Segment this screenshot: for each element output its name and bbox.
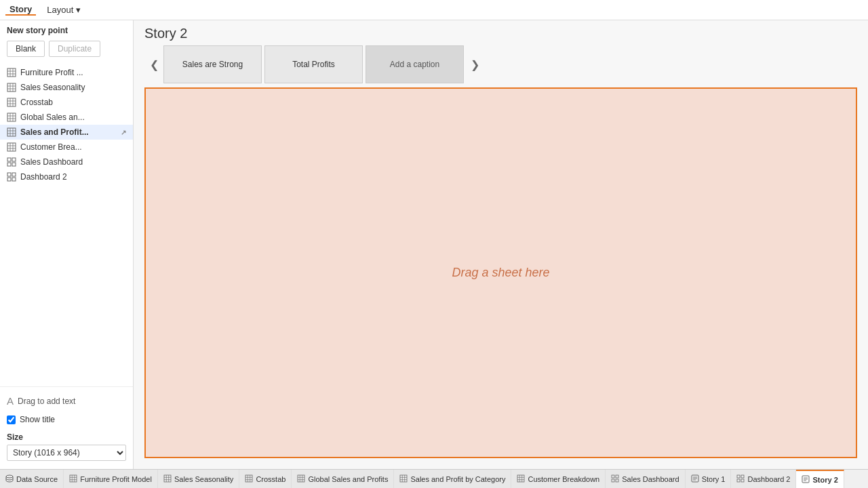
- bottom-tab-salesseasonality[interactable]: Sales Seasonality: [158, 470, 239, 488]
- sheet-icon: [163, 474, 172, 484]
- svg-rect-32: [7, 163, 11, 166]
- svg-rect-0: [7, 68, 16, 77]
- svg-rect-70: [616, 475, 618, 478]
- bottom-tab-furnitureprofitmodel[interactable]: Furniture Profit Model: [64, 470, 158, 488]
- sidebar-sheet-list: Furniture Profit ...Sales SeasonalityCro…: [0, 62, 133, 386]
- sheet-icon: [297, 474, 305, 484]
- svg-rect-49: [245, 475, 252, 482]
- show-title-item: Show title: [7, 409, 126, 427]
- sidebar-item-label: Sales Dashboard: [20, 157, 126, 167]
- dashboard-icon: [611, 474, 619, 484]
- story-icon: [691, 474, 699, 484]
- bottom-tab-globalsalesandprofits[interactable]: Global Sales and Profits: [292, 470, 394, 488]
- story-nav: ❮ Sales are StrongTotal ProfitsAdd a cap…: [134, 45, 868, 83]
- bottom-tab-story1[interactable]: Story 1: [686, 470, 732, 488]
- svg-rect-36: [7, 178, 11, 181]
- sidebar-item-salesdashboard[interactable]: Sales Dashboard: [0, 155, 133, 169]
- drag-text-item: A Drag to add text: [7, 392, 126, 409]
- bottom-tab-dashboard2[interactable]: Dashboard 2: [731, 470, 796, 488]
- content-area: Story 2 ❮ Sales are StrongTotal ProfitsA…: [134, 20, 868, 469]
- bottom-tab-datasource[interactable]: Data Source: [0, 470, 64, 488]
- svg-rect-80: [741, 479, 744, 482]
- duplicate-button[interactable]: Duplicate: [49, 41, 100, 57]
- bottom-tab-label: Story 2: [812, 476, 837, 484]
- layout-tab[interactable]: Layout ▾: [47, 5, 81, 15]
- svg-rect-25: [7, 143, 16, 151]
- bottom-tab-label: Furniture Profit Model: [80, 475, 152, 483]
- bottom-tab-crosstab[interactable]: Crosstab: [239, 470, 292, 488]
- sidebar-item-salesseasonality[interactable]: Sales Seasonality: [0, 80, 133, 95]
- sheet-icon: [7, 83, 16, 92]
- story-points-container: Sales are StrongTotal ProfitsAdd a capti…: [163, 45, 465, 83]
- sidebar-item-crosstab[interactable]: Crosstab: [0, 95, 133, 110]
- page-title: Story 2: [134, 20, 868, 45]
- sheet-icon: [69, 474, 77, 484]
- svg-rect-78: [741, 475, 744, 478]
- dashboard-icon: [7, 172, 16, 182]
- svg-rect-15: [7, 113, 16, 121]
- bottom-tab-story2[interactable]: Story 2: [796, 470, 844, 488]
- database-icon: [5, 474, 14, 484]
- svg-rect-59: [400, 475, 407, 482]
- layout-tab-label: Layout: [47, 5, 73, 15]
- new-story-point-title: New story point: [0, 20, 133, 38]
- bottom-tab-label: Story 1: [702, 475, 726, 483]
- svg-rect-31: [12, 158, 16, 161]
- sidebar-item-label: Global Sales an...: [20, 113, 126, 122]
- svg-rect-64: [517, 475, 524, 482]
- sidebar-item-label: Sales and Profit...: [20, 127, 117, 137]
- size-section: Size Story (1016 x 964)Fixed SizeAutomat…: [7, 427, 126, 464]
- story-point-buttons: Blank Duplicate: [0, 38, 133, 62]
- dashboard-icon: [7, 157, 16, 167]
- sidebar-item-label: Furniture Profit ...: [20, 68, 126, 77]
- sidebar-bottom: A Drag to add text Show title Size Story…: [0, 386, 133, 469]
- sheet-icon: [399, 474, 408, 484]
- sidebar-item-dashboard2[interactable]: Dashboard 2: [0, 169, 133, 184]
- svg-rect-5: [7, 83, 16, 92]
- svg-rect-69: [612, 475, 614, 478]
- ext-link-icon: ↗: [121, 129, 126, 136]
- canvas-area[interactable]: Drag a sheet here: [144, 87, 857, 458]
- drag-sheet-text: Drag a sheet here: [452, 266, 549, 280]
- story-point-card-0[interactable]: Sales are Strong: [163, 45, 262, 83]
- svg-rect-10: [7, 98, 16, 106]
- sheet-icon: [7, 68, 16, 77]
- drag-text-label: Drag to add text: [18, 396, 75, 406]
- sheet-icon: [7, 98, 16, 107]
- next-arrow-button[interactable]: ❯: [465, 45, 484, 83]
- svg-rect-79: [737, 479, 740, 482]
- svg-rect-71: [612, 479, 614, 482]
- bottom-tab-label: Data Source: [16, 475, 58, 483]
- layout-arrow-icon: ▾: [76, 5, 81, 15]
- svg-rect-39: [70, 475, 77, 482]
- svg-point-38: [6, 475, 13, 478]
- sheet-icon: [7, 127, 16, 137]
- sidebar-item-label: Customer Brea...: [20, 142, 126, 152]
- svg-rect-34: [7, 173, 11, 176]
- bottom-tab-salesdashboard[interactable]: Sales Dashboard: [606, 470, 685, 488]
- sidebar-item-label: Dashboard 2: [20, 172, 126, 182]
- bottom-tab-label: Sales Dashboard: [622, 475, 679, 483]
- bottom-tab-customerbreakdown[interactable]: Customer Breakdown: [511, 470, 606, 488]
- show-title-label[interactable]: Show title: [20, 415, 55, 424]
- bottom-tab-label: Global Sales and Profits: [308, 475, 388, 483]
- sidebar-item-globalsalesan[interactable]: Global Sales an...: [0, 110, 133, 125]
- svg-rect-72: [616, 479, 618, 482]
- svg-rect-77: [737, 475, 740, 478]
- story-tab[interactable]: Story: [5, 4, 36, 16]
- bottom-tab-label: Dashboard 2: [747, 475, 790, 483]
- main-area: New story point Blank Duplicate Furnitur…: [0, 20, 868, 469]
- sidebar-item-furnitureprofit[interactable]: Furniture Profit ...: [0, 65, 133, 80]
- size-select[interactable]: Story (1016 x 964)Fixed SizeAutomatic: [7, 445, 126, 461]
- story-point-card-2[interactable]: Add a caption: [366, 45, 464, 83]
- prev-arrow-button[interactable]: ❮: [144, 45, 163, 83]
- svg-rect-30: [7, 158, 11, 161]
- svg-rect-54: [298, 475, 304, 482]
- show-title-checkbox[interactable]: [7, 415, 16, 424]
- sheet-icon: [517, 474, 525, 484]
- sidebar-item-customerbrea[interactable]: Customer Brea...: [0, 140, 133, 155]
- story-point-card-1[interactable]: Total Profits: [264, 45, 363, 83]
- sidebar-item-salesandprofit[interactable]: Sales and Profit...↗: [0, 125, 133, 140]
- bottom-tab-salesandprofitbycategory[interactable]: Sales and Profit by Category: [394, 470, 511, 488]
- blank-button[interactable]: Blank: [7, 41, 45, 57]
